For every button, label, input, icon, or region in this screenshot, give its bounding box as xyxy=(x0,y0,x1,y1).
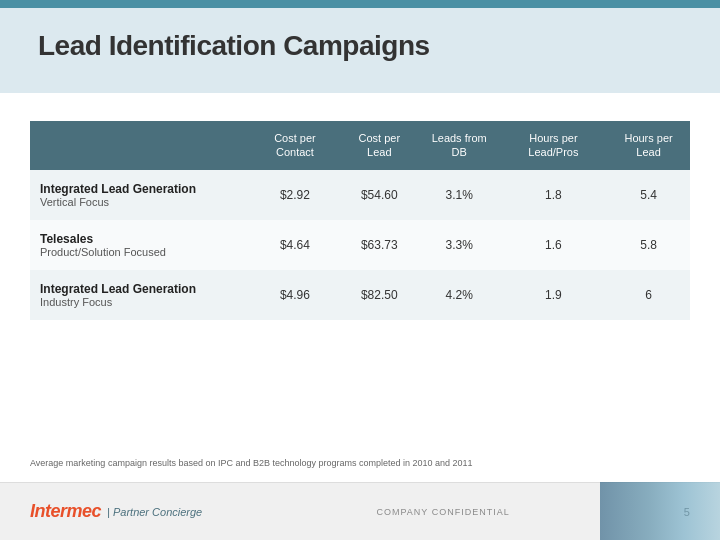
row-hours-lead-pros: 1.9 xyxy=(500,270,608,320)
footnote: Average marketing campaign results based… xyxy=(30,458,473,468)
table-row: Integrated Lead GenerationIndustry Focus… xyxy=(30,270,690,320)
row-cost-lead: $54.60 xyxy=(340,170,419,220)
row-hours-lead-pros: 1.6 xyxy=(500,220,608,270)
table-header-row: Cost per Contact Cost per Lead Leads fro… xyxy=(30,121,690,170)
intermec-logo: Intermec xyxy=(30,501,101,522)
row-label-cell: Integrated Lead GenerationIndustry Focus xyxy=(30,270,250,320)
row-subtitle: Industry Focus xyxy=(40,296,242,308)
table-row: TelesalesProduct/Solution Focused$4.64$6… xyxy=(30,220,690,270)
row-cost-lead: $82.50 xyxy=(340,270,419,320)
row-cost-contact: $4.64 xyxy=(250,220,340,270)
row-title: Integrated Lead Generation xyxy=(40,182,242,196)
footer-logo: Intermec | Partner Concierge xyxy=(30,501,202,522)
row-hours-lead: 5.4 xyxy=(607,170,690,220)
col-header-cost-lead: Cost per Lead xyxy=(340,121,419,170)
partner-concierge-text: | Partner Concierge xyxy=(107,506,202,518)
row-title: Integrated Lead Generation xyxy=(40,282,242,296)
col-header-cost-contact: Cost per Contact xyxy=(250,121,340,170)
confidential-label: COMPANY CONFIDENTIAL xyxy=(376,507,509,517)
col-header-leads-db: Leads from DB xyxy=(419,121,500,170)
row-hours-lead: 6 xyxy=(607,270,690,320)
row-title: Telesales xyxy=(40,232,242,246)
row-label-cell: TelesalesProduct/Solution Focused xyxy=(30,220,250,270)
thumbnail-strip xyxy=(600,482,720,540)
col-header-hours-lead: Hours per Lead xyxy=(607,121,690,170)
col-header-row-label xyxy=(30,121,250,170)
header-area: Lead Identification Campaigns xyxy=(0,8,720,93)
row-cost-contact: $4.96 xyxy=(250,270,340,320)
row-cost-contact: $2.92 xyxy=(250,170,340,220)
col-header-hours-lead-pros: Hours per Lead/Pros xyxy=(500,121,608,170)
top-bar xyxy=(0,0,720,8)
row-leads-db: 3.3% xyxy=(419,220,500,270)
data-table: Cost per Contact Cost per Lead Leads fro… xyxy=(30,121,690,320)
row-hours-lead-pros: 1.8 xyxy=(500,170,608,220)
page-title: Lead Identification Campaigns xyxy=(38,30,430,62)
main-content: Cost per Contact Cost per Lead Leads fro… xyxy=(0,93,720,480)
row-subtitle: Product/Solution Focused xyxy=(40,246,242,258)
row-label-cell: Integrated Lead GenerationVertical Focus xyxy=(30,170,250,220)
row-leads-db: 3.1% xyxy=(419,170,500,220)
row-cost-lead: $63.73 xyxy=(340,220,419,270)
row-hours-lead: 5.8 xyxy=(607,220,690,270)
row-subtitle: Vertical Focus xyxy=(40,196,242,208)
row-leads-db: 4.2% xyxy=(419,270,500,320)
table-row: Integrated Lead GenerationVertical Focus… xyxy=(30,170,690,220)
